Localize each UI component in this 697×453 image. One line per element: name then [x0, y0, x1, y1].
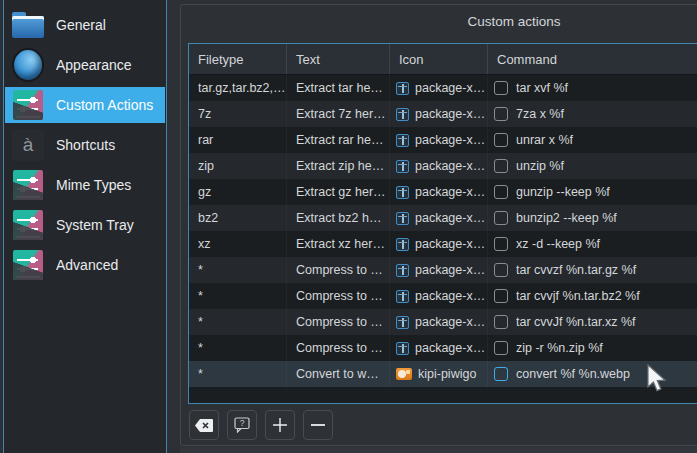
cell-text: Extract tar he…	[286, 75, 389, 101]
column-header-text[interactable]: Text	[286, 44, 389, 74]
package-icon	[396, 186, 409, 199]
remove-button[interactable]	[303, 410, 333, 440]
cell-text: Compress to …	[286, 283, 389, 309]
sidebar-item[interactable]: System Tray	[5, 207, 165, 243]
package-icon	[396, 290, 409, 303]
cell-text: Extract 7z her…	[286, 101, 389, 127]
backspace-button[interactable]	[189, 410, 219, 440]
command-checkbox[interactable]	[494, 107, 508, 121]
panel-title: Custom actions	[181, 14, 697, 29]
table-row[interactable]: * Compress to … package-x… zip -r %n.zip…	[189, 335, 697, 361]
table-row[interactable]: * Compress to … package-x… tar cvvJf %n.…	[189, 309, 697, 335]
cell-text: Compress to …	[286, 335, 389, 361]
icon-label: kipi-piwigo	[418, 367, 476, 381]
command-text: unrar x %f	[516, 133, 573, 147]
command-checkbox[interactable]	[494, 237, 508, 251]
command-text: 7za x %f	[516, 107, 564, 121]
command-text: tar xvf %f	[516, 81, 568, 95]
cell-filetype: tar.gz,tar.bz2,…	[189, 75, 286, 101]
icon-label: package-x…	[415, 159, 485, 173]
cell-text: Extract bz2 h…	[286, 205, 389, 231]
cell-command: xz -d --keep %f	[487, 231, 697, 257]
cell-text: Compress to …	[286, 309, 389, 335]
command-checkbox[interactable]	[494, 289, 508, 303]
icon-label: package-x…	[415, 81, 485, 95]
command-checkbox[interactable]	[494, 211, 508, 225]
table-row[interactable]: 7z Extract 7z her… package-x… 7za x %f	[189, 101, 697, 127]
table-row[interactable]: * Convert to w… kipi-piwigo convert %f %…	[189, 361, 697, 387]
command-checkbox[interactable]	[494, 81, 508, 95]
table-row[interactable]: xz Extract xz her… package-x… xz -d --ke…	[189, 231, 697, 257]
sidebar-item[interactable]: General	[5, 7, 165, 43]
sidebar-item[interactable]: Mime Types	[5, 167, 165, 203]
sidebar-item-label: Advanced	[56, 257, 118, 273]
table-row[interactable]: tar.gz,tar.bz2,… Extract tar he… package…	[189, 75, 697, 101]
sidebar-item-label: Mime Types	[56, 177, 131, 193]
cell-icon: kipi-piwigo	[389, 361, 487, 387]
custom-actions-panel: Custom actions Filetype Text Icon Comman…	[180, 4, 697, 446]
actions-table[interactable]: Filetype Text Icon Command tar.gz,tar.bz…	[188, 43, 697, 404]
cell-command: tar cvvJf %n.tar.xz %f	[487, 309, 697, 335]
sidebar-item[interactable]: Appearance	[5, 47, 165, 83]
command-checkbox[interactable]	[494, 341, 508, 355]
cell-filetype: xz	[189, 231, 286, 257]
command-checkbox[interactable]	[494, 367, 508, 381]
table-row[interactable]: rar Extract rar he… package-x… unrar x %…	[189, 127, 697, 153]
cell-filetype: gz	[189, 179, 286, 205]
cell-text: Convert to w…	[286, 361, 389, 387]
command-text: convert %f %n.webp	[516, 367, 630, 381]
icon-label: package-x…	[415, 341, 485, 355]
table-row[interactable]: zip Extract zip he… package-x… unzip %f	[189, 153, 697, 179]
column-header-command[interactable]: Command	[487, 44, 697, 74]
icon-label: package-x…	[415, 289, 485, 303]
package-icon	[396, 160, 409, 173]
cell-command: tar cvvzf %n.tar.gz %f	[487, 257, 697, 283]
icon-label: package-x…	[415, 107, 485, 121]
cell-icon: package-x…	[389, 127, 487, 153]
cell-command: zip -r %n.zip %f	[487, 335, 697, 361]
command-checkbox[interactable]	[494, 133, 508, 147]
cell-filetype: 7z	[189, 101, 286, 127]
cell-command: unzip %f	[487, 153, 697, 179]
cell-command: gunzip --keep %f	[487, 179, 697, 205]
table-row[interactable]: * Compress to … package-x… tar cvvzf %n.…	[189, 257, 697, 283]
command-text: zip -r %n.zip %f	[516, 341, 603, 355]
sidebar-item[interactable]: Custom Actions	[5, 87, 165, 123]
cell-icon: package-x…	[389, 231, 487, 257]
command-checkbox[interactable]	[494, 185, 508, 199]
cell-command: unrar x %f	[487, 127, 697, 153]
column-header-icon[interactable]: Icon	[389, 44, 487, 74]
cell-text: Compress to …	[286, 257, 389, 283]
cell-filetype: bz2	[189, 205, 286, 231]
window-bottom-strip	[180, 447, 697, 453]
cell-icon: package-x…	[389, 335, 487, 361]
table-row[interactable]: * Compress to … package-x… tar cvvjf %n.…	[189, 283, 697, 309]
sidebar-item[interactable]: Shortcuts	[5, 127, 165, 163]
package-icon	[396, 316, 409, 329]
command-checkbox[interactable]	[494, 263, 508, 277]
package-icon	[396, 342, 409, 355]
cell-filetype: *	[189, 361, 286, 387]
package-icon	[396, 82, 409, 95]
table-row[interactable]: gz Extract gz her… package-x… gunzip --k…	[189, 179, 697, 205]
cell-command: convert %f %n.webp	[487, 361, 697, 387]
icon-label: package-x…	[415, 185, 485, 199]
icon-label: package-x…	[415, 211, 485, 225]
package-icon	[396, 212, 409, 225]
command-checkbox[interactable]	[494, 159, 508, 173]
command-text: tar cvvJf %n.tar.xz %f	[516, 315, 635, 329]
cell-filetype: *	[189, 283, 286, 309]
table-body: tar.gz,tar.bz2,… Extract tar he… package…	[189, 75, 697, 387]
column-header-filetype[interactable]: Filetype	[189, 44, 286, 74]
cell-command: tar xvf %f	[487, 75, 697, 101]
table-row[interactable]: bz2 Extract bz2 h… package-x… bunzip2 --…	[189, 205, 697, 231]
command-text: bunzip2 --keep %f	[516, 211, 617, 225]
plus-icon	[272, 417, 288, 433]
comment-button[interactable]: ?	[227, 410, 257, 440]
command-text: tar cvvzf %n.tar.gz %f	[516, 263, 636, 277]
svg-text:?: ?	[239, 418, 244, 428]
icon-label: package-x…	[415, 237, 485, 251]
add-button[interactable]	[265, 410, 295, 440]
command-checkbox[interactable]	[494, 315, 508, 329]
sidebar-item[interactable]: Advanced	[5, 247, 165, 283]
